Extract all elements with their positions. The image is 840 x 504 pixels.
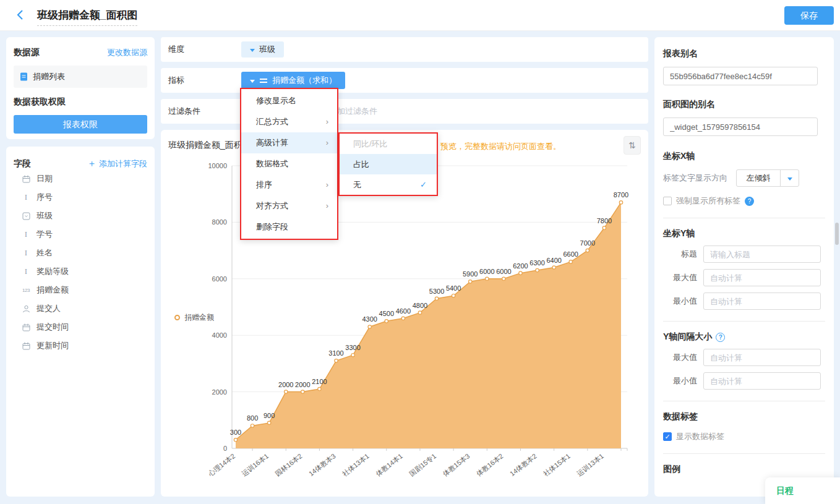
yaxis-max-label: 最大值 (663, 272, 697, 283)
chevron-down-icon (780, 170, 799, 186)
menu-item-rename[interactable]: 修改显示名 (241, 90, 337, 111)
svg-text:800: 800 (247, 414, 258, 422)
svg-text:7800: 7800 (597, 217, 612, 224)
svg-text:5400: 5400 (446, 284, 461, 292)
submenu-item-proportion[interactable]: 占比 (340, 154, 437, 174)
submenu-item-yoy[interactable]: 同比/环比 (340, 134, 437, 154)
divider (663, 453, 825, 454)
help-icon[interactable]: ? (716, 333, 725, 342)
svg-text:2000: 2000 (212, 388, 227, 396)
yaxis-min-input[interactable] (703, 293, 821, 310)
menu-item-aggregation[interactable]: 汇总方式› (241, 111, 337, 132)
dimension-tag-class[interactable]: 班级 (241, 41, 284, 58)
field-item-serial[interactable]: I 序号 (14, 188, 147, 207)
add-calc-field-link[interactable]: ＋ 添加计算字段 (87, 158, 147, 169)
svg-text:6000: 6000 (496, 268, 511, 275)
svg-text:2000: 2000 (278, 381, 293, 388)
yaxis-min-label: 最小值 (663, 296, 697, 307)
report-permission-button[interactable]: 报表权限 (14, 115, 147, 134)
settings-panel: 报表别名 面积图的别名 坐标X轴 标签文字显示方向 左倾斜 强制显示所有标签 ?… (654, 37, 834, 497)
svg-text:3300: 3300 (345, 344, 360, 351)
field-item-amount[interactable]: 123 捐赠金额 (14, 281, 147, 299)
svg-text:2000: 2000 (295, 381, 310, 388)
field-item-studentno[interactable]: I 学号 (14, 225, 147, 244)
svg-text:运训16本1: 运训16本1 (241, 452, 270, 477)
svg-text:4000: 4000 (212, 331, 227, 339)
check-icon: ✓ (420, 174, 427, 195)
area-alias-title: 面积图的别名 (663, 99, 825, 110)
svg-text:6200: 6200 (513, 262, 528, 270)
show-datalabel-checkbox[interactable]: ✓ (663, 432, 672, 441)
help-icon[interactable]: ? (745, 197, 754, 206)
metric-label: 指标 (168, 68, 184, 93)
scrollbar-thumb[interactable] (835, 223, 839, 245)
svg-text:8700: 8700 (614, 191, 628, 199)
yinterval-section-title: Y轴间隔大小 ? (663, 331, 825, 343)
field-item-submittime[interactable]: 提交时间 (14, 318, 147, 336)
metric-field-menu: 修改显示名 汇总方式› 高级计算› 数据格式 排序› 对齐方式› 删除字段 (240, 88, 338, 240)
force-all-labels-row[interactable]: 强制显示所有标签 ? (663, 195, 825, 207)
calendar-icon (21, 342, 31, 350)
legend-item-donation[interactable]: 捐赠金额 (174, 312, 214, 323)
back-button[interactable] (16, 9, 28, 22)
field-item-submitter[interactable]: 提交人 (14, 299, 147, 318)
svg-text:8000: 8000 (212, 218, 227, 226)
datasource-table-item[interactable]: 捐赠列表 (14, 66, 147, 88)
report-alias-input[interactable] (663, 67, 818, 85)
datasource-table-label: 捐赠列表 (33, 71, 65, 82)
field-item-name[interactable]: I 姓名 (14, 244, 147, 262)
menu-item-align[interactable]: 对齐方式› (241, 195, 337, 216)
svg-text:5300: 5300 (429, 288, 444, 295)
change-datasource-link[interactable]: 更改数据源 (107, 47, 147, 58)
svg-text:体教16本2: 体教16本2 (474, 452, 505, 478)
submenu-item-none[interactable]: 无✓ (340, 174, 437, 195)
yaxis-max-input[interactable] (703, 269, 821, 286)
menu-item-sort[interactable]: 排序› (241, 174, 337, 195)
datalabel-section-title: 数据标签 (663, 411, 825, 422)
summary-bars-icon (260, 79, 267, 83)
file-icon (20, 72, 28, 81)
svg-text:0: 0 (223, 445, 227, 452)
page-title: 班级捐赠金额_面积图 (37, 8, 137, 26)
report-alias-title: 报表别名 (663, 48, 825, 59)
menu-item-advanced-calc[interactable]: 高级计算› (241, 132, 337, 153)
yinterval-min-input[interactable] (703, 372, 821, 390)
svg-text:2100: 2100 (312, 378, 327, 385)
menu-item-data-format[interactable]: 数据格式 (241, 153, 337, 174)
text-icon: I (21, 229, 31, 239)
field-item-awardlevel[interactable]: I 奖励等级 (14, 262, 147, 281)
menu-item-delete-field[interactable]: 删除字段 (241, 216, 337, 237)
yaxis-title-input[interactable] (703, 246, 821, 263)
top-bar: 班级捐赠金额_面积图 保存 (0, 0, 840, 31)
svg-text:国剧15专1: 国剧15专1 (408, 452, 437, 477)
force-all-labels-checkbox[interactable] (663, 197, 672, 205)
svg-text:900: 900 (264, 412, 275, 419)
svg-text:6600: 6600 (563, 250, 578, 258)
field-item-updatetime[interactable]: 更新时间 (14, 336, 147, 355)
svg-text:4600: 4600 (396, 307, 411, 315)
field-item-date[interactable]: 日期 (14, 169, 147, 188)
svg-text:6000: 6000 (212, 275, 227, 283)
metric-tag-donation-sum[interactable]: 捐赠金额（求和） (241, 72, 345, 89)
sort-toggle-button[interactable]: ⇅ (624, 136, 641, 155)
person-icon (21, 305, 31, 313)
filter-label: 过滤条件 (168, 99, 200, 124)
label-direction-label: 标签文字显示方向 (663, 173, 727, 184)
save-button[interactable]: 保存 (784, 6, 834, 25)
svg-text:300: 300 (230, 429, 241, 436)
xaxis-section-title: 坐标X轴 (663, 151, 825, 162)
yinterval-max-input[interactable] (703, 349, 821, 366)
chevron-right-icon: › (326, 195, 328, 216)
schedule-toast-label: 日程 (776, 485, 794, 497)
legend-section-title: 图例 (663, 464, 825, 475)
datasource-title: 数据源 (14, 47, 40, 58)
datasource-panel: 数据源 更改数据源 捐赠列表 数据获取权限 报表权限 (6, 37, 155, 139)
field-item-class[interactable]: 班级 (14, 207, 147, 225)
show-datalabel-row[interactable]: ✓ 显示数据标签 (663, 431, 825, 442)
schedule-toast[interactable]: 日程 (765, 477, 840, 504)
svg-text:5900: 5900 (463, 270, 478, 278)
text-icon: I (21, 267, 31, 276)
area-alias-input[interactable] (663, 117, 818, 136)
svg-text:体教14本1: 体教14本1 (374, 452, 404, 478)
label-direction-select[interactable]: 左倾斜 (736, 169, 799, 187)
